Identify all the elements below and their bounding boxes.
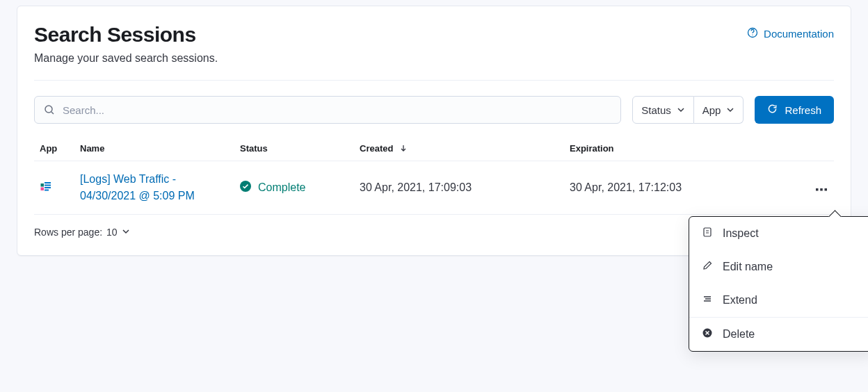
row-actions-button[interactable] xyxy=(813,180,830,196)
sessions-panel: Search Sessions Manage your saved search… xyxy=(17,6,851,256)
sessions-table: App Name Status Created Expiration xyxy=(34,136,834,215)
popover-extend-label: Extend xyxy=(723,294,757,307)
panel-header: Search Sessions Manage your saved search… xyxy=(34,23,834,65)
created-cell: 30 Apr, 2021, 17:09:03 xyxy=(354,161,564,215)
search-input[interactable] xyxy=(34,96,621,124)
popover-extend[interactable]: Extend xyxy=(689,284,868,317)
col-header-status[interactable]: Status xyxy=(234,136,354,161)
svg-rect-5 xyxy=(45,182,51,183)
rows-per-page-label: Rows per page: xyxy=(34,227,102,238)
popover-delete-label: Delete xyxy=(723,328,755,341)
svg-rect-11 xyxy=(820,188,823,191)
col-header-app[interactable]: App xyxy=(34,136,74,161)
col-header-created-label: Created xyxy=(360,143,393,154)
app-discover-icon xyxy=(40,183,52,195)
row-actions-popover: Inspect Edit name Extend Delete xyxy=(689,216,868,352)
status-label: Complete xyxy=(258,181,305,194)
svg-rect-12 xyxy=(825,188,828,191)
controls-row: Status App Refresh xyxy=(34,96,834,124)
col-header-name[interactable]: Name xyxy=(74,136,234,161)
refresh-icon xyxy=(767,104,778,116)
inspect-icon xyxy=(702,227,713,240)
expiration-cell: 30 Apr, 2021, 17:12:03 xyxy=(564,161,806,215)
rows-per-page-selector[interactable]: Rows per page: 10 xyxy=(34,227,130,238)
search-box xyxy=(34,96,621,124)
status-complete-icon xyxy=(240,181,251,195)
documentation-link[interactable]: Documentation xyxy=(747,27,834,40)
table-row: [Logs] Web Traffic - 04/30/2021 @ 5:09 P… xyxy=(34,161,834,215)
extend-icon xyxy=(702,293,713,307)
refresh-button[interactable]: Refresh xyxy=(755,96,834,124)
boxes-horizontal-icon xyxy=(816,183,827,193)
header-divider xyxy=(34,80,834,81)
popover-edit-name-label: Edit name xyxy=(723,261,773,273)
svg-rect-3 xyxy=(41,183,45,187)
svg-rect-10 xyxy=(816,188,819,191)
popover-edit-name[interactable]: Edit name xyxy=(689,250,868,284)
popover-inspect-label: Inspect xyxy=(723,227,759,240)
svg-rect-4 xyxy=(41,188,45,191)
status-filter-button[interactable]: Status xyxy=(632,96,694,124)
page-subtitle: Manage your saved search sessions. xyxy=(34,52,218,65)
refresh-label: Refresh xyxy=(785,104,821,116)
popover-inspect[interactable]: Inspect xyxy=(689,217,868,250)
svg-point-2 xyxy=(45,106,52,113)
app-filter-button[interactable]: App xyxy=(694,96,744,124)
svg-point-1 xyxy=(752,35,753,35)
svg-rect-13 xyxy=(704,228,711,236)
status-filter-label: Status xyxy=(641,104,671,116)
sort-down-icon xyxy=(400,143,407,154)
rows-per-page-value: 10 xyxy=(106,227,118,238)
filter-group: Status App xyxy=(632,96,744,124)
col-header-created[interactable]: Created xyxy=(354,136,564,161)
status-cell: Complete xyxy=(240,181,305,195)
col-header-actions xyxy=(806,136,834,161)
chevron-down-icon xyxy=(677,104,685,116)
delete-icon xyxy=(702,327,713,341)
documentation-icon xyxy=(747,27,758,40)
svg-rect-7 xyxy=(45,187,51,188)
popover-delete[interactable]: Delete xyxy=(689,318,868,351)
svg-rect-8 xyxy=(45,190,49,191)
svg-rect-6 xyxy=(45,185,51,186)
pencil-icon xyxy=(702,260,713,274)
session-name-link[interactable]: [Logs] Web Traffic - 04/30/2021 @ 5:09 P… xyxy=(80,173,195,202)
col-header-expiration[interactable]: Expiration xyxy=(564,136,806,161)
chevron-down-icon xyxy=(122,227,130,238)
documentation-label: Documentation xyxy=(764,28,834,40)
app-filter-label: App xyxy=(702,104,721,116)
chevron-down-icon xyxy=(726,104,734,116)
page-title: Search Sessions xyxy=(34,23,218,47)
